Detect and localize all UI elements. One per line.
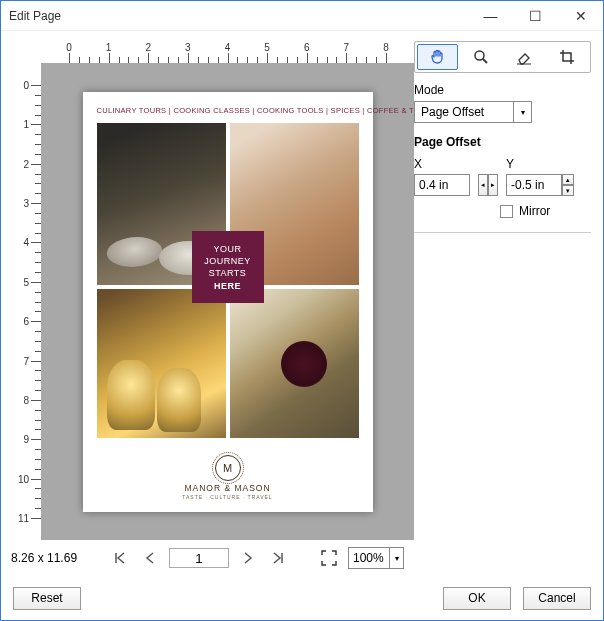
brand-medallion-icon: M: [215, 455, 241, 481]
ok-button[interactable]: OK: [443, 587, 511, 610]
preview-nav: 8.26 x 11.69 100% ▾: [1, 540, 414, 576]
magnifier-icon: [472, 48, 490, 66]
prev-icon: [145, 552, 155, 564]
tool-palette: [414, 41, 591, 73]
right-arrow-icon: ▸: [488, 174, 498, 196]
hand-icon: [429, 48, 447, 66]
prev-page-button[interactable]: [139, 547, 161, 569]
crop-icon: [558, 48, 576, 66]
y-offset-input[interactable]: -0.5 in: [506, 174, 562, 196]
y-step-down-button[interactable]: ▾: [562, 185, 574, 196]
last-icon: [272, 552, 284, 564]
mirror-label: Mirror: [519, 204, 550, 218]
page-dimensions: 8.26 x 11.69: [11, 551, 101, 565]
mirror-checkbox[interactable]: [500, 205, 513, 218]
up-arrow-icon: ▴: [566, 176, 570, 183]
last-page-button[interactable]: [267, 547, 289, 569]
svg-point-0: [475, 51, 484, 60]
page-collage: YOUR JOURNEY STARTS HERE: [97, 123, 359, 438]
fit-icon: [321, 550, 337, 566]
vertical-ruler: 01234567891011: [1, 63, 41, 540]
chevron-down-icon: ▾: [513, 102, 531, 122]
next-icon: [243, 552, 253, 564]
down-arrow-icon: ▾: [566, 187, 570, 194]
edit-page-dialog: Edit Page — ☐ ✕ 01234567891011 012345678…: [0, 0, 604, 621]
collage-tile-statues: [97, 289, 226, 437]
x-label: X: [414, 157, 470, 171]
brand-name: MANOR & MASON: [184, 483, 270, 493]
reset-button[interactable]: Reset: [13, 587, 81, 610]
titlebar: Edit Page — ☐ ✕: [1, 1, 603, 31]
close-button[interactable]: ✕: [558, 1, 603, 30]
swap-xy-button[interactable]: ◂ ▸: [478, 174, 498, 196]
center-line3: STARTS: [209, 268, 247, 278]
mode-select[interactable]: Page Offset ▾: [414, 101, 532, 123]
close-icon: ✕: [575, 8, 587, 24]
preview-canvas[interactable]: CULINARY TOURS | COOKING CLASSES | COOKI…: [41, 63, 414, 540]
center-line4: HERE: [204, 280, 251, 292]
zoom-select[interactable]: 100% ▾: [348, 547, 404, 569]
y-label: Y: [506, 157, 574, 171]
mode-value: Page Offset: [421, 105, 484, 119]
horizontal-ruler: 012345678: [41, 31, 414, 63]
maximize-icon: ☐: [529, 8, 542, 24]
x-offset-input[interactable]: 0.4 in: [414, 174, 470, 196]
erase-tool-button[interactable]: [504, 44, 545, 70]
mode-label: Mode: [414, 83, 591, 97]
minimize-button[interactable]: —: [468, 1, 513, 30]
zoom-tool-button[interactable]: [460, 44, 501, 70]
separator: [414, 232, 591, 233]
page-preview: CULINARY TOURS | COOKING CLASSES | COOKI…: [83, 92, 373, 512]
dialog-buttons: Reset OK Cancel: [1, 576, 603, 620]
minimize-icon: —: [484, 8, 498, 24]
page-offset-heading: Page Offset: [414, 135, 591, 149]
fit-to-window-button[interactable]: [318, 547, 340, 569]
zoom-value: 100%: [349, 551, 389, 565]
chevron-down-icon: ▾: [389, 548, 403, 568]
left-arrow-icon: ◂: [478, 174, 488, 196]
ruler-corner: [1, 31, 41, 63]
brand-tagline: TASTE · CULTURE · TRAVEL: [182, 494, 272, 500]
pan-tool-button[interactable]: [417, 44, 458, 70]
page-header-text: CULINARY TOURS | COOKING CLASSES | COOKI…: [97, 106, 359, 115]
first-icon: [114, 552, 126, 564]
page-logo-area: M MANOR & MASON TASTE · CULTURE · TRAVEL: [97, 438, 359, 500]
first-page-button[interactable]: [109, 547, 131, 569]
page-number-input[interactable]: [169, 548, 229, 568]
center-line1: YOUR: [213, 244, 241, 254]
center-line2: JOURNEY: [204, 256, 251, 266]
page-center-callout: YOUR JOURNEY STARTS HERE: [192, 231, 264, 303]
maximize-button[interactable]: ☐: [513, 1, 558, 30]
next-page-button[interactable]: [237, 547, 259, 569]
eraser-icon: [515, 48, 533, 66]
cancel-button[interactable]: Cancel: [523, 587, 591, 610]
collage-tile-vegetables: [230, 289, 359, 437]
y-step-up-button[interactable]: ▴: [562, 174, 574, 185]
window-title: Edit Page: [9, 9, 468, 23]
crop-tool-button[interactable]: [547, 44, 588, 70]
